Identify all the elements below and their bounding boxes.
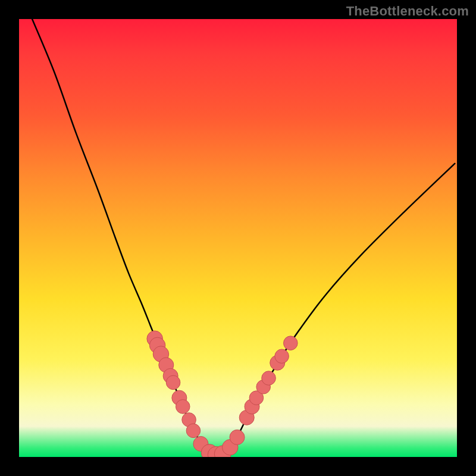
- data-marker: [176, 400, 190, 414]
- data-marker: [262, 371, 276, 386]
- chart-svg: [19, 19, 457, 457]
- data-marker: [284, 336, 298, 350]
- curve-layer: [32, 19, 455, 455]
- watermark-text: TheBottleneck.com: [346, 4, 469, 19]
- chart-frame: TheBottleneck.com: [0, 0, 476, 476]
- data-marker: [166, 375, 180, 390]
- bottleneck-curve: [32, 19, 455, 455]
- data-marker: [186, 424, 201, 438]
- marker-layer: [147, 331, 298, 457]
- plot-area: [19, 19, 457, 457]
- data-marker: [230, 430, 245, 444]
- data-marker: [275, 349, 289, 364]
